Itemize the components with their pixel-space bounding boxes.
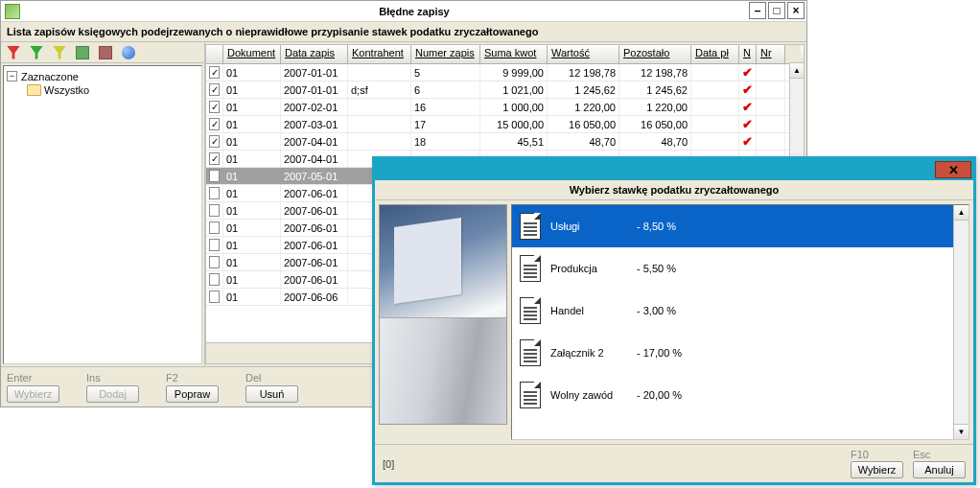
checkbox-icon[interactable]: ✓: [209, 118, 220, 130]
cell: 2007-01-01: [281, 81, 348, 98]
left-pane: Zaznaczone Wszystko: [1, 42, 205, 366]
tree-view[interactable]: Zaznaczone Wszystko: [3, 65, 202, 364]
dialog-vscrollbar[interactable]: ▲ ▼: [953, 205, 968, 439]
tree-child[interactable]: Wszystko: [6, 83, 199, 97]
maximize-button[interactable]: □: [768, 2, 785, 19]
cell: 01: [223, 81, 281, 98]
cell: [757, 81, 785, 98]
row-checkbox[interactable]: ✓: [206, 116, 223, 132]
close-button[interactable]: ×: [787, 2, 805, 19]
checkbox-icon[interactable]: [209, 187, 220, 199]
cell: 01: [223, 202, 281, 219]
checkbox-icon[interactable]: [209, 273, 220, 286]
rate-list[interactable]: Usługi 8,50 %Produkcja 5,50 %Handel 3,00…: [511, 204, 969, 440]
col-dokument[interactable]: Dokument: [223, 45, 281, 63]
col-wartosc[interactable]: Wartość: [548, 45, 619, 63]
cell: [757, 116, 785, 132]
cell: 1 245,62: [619, 81, 691, 98]
wybierz-button[interactable]: Wybierz: [7, 385, 59, 403]
row-checkbox[interactable]: ✓: [206, 133, 223, 150]
cell: 16: [411, 99, 480, 115]
filter-apply-icon[interactable]: [30, 46, 43, 59]
cell: 5: [411, 64, 480, 81]
row-checkbox[interactable]: ✓: [206, 64, 223, 81]
cell-n: ✔: [739, 116, 757, 132]
col-pozostalo[interactable]: Pozostało: [619, 45, 691, 63]
col-kontrahent[interactable]: Kontrahent: [348, 45, 411, 63]
tree-collapse-icon[interactable]: [99, 46, 112, 59]
dialog-close-button[interactable]: ✕: [935, 161, 971, 178]
scroll-corner: [785, 45, 801, 63]
rate-item[interactable]: Usługi 8,50 %: [512, 205, 968, 247]
dialog-titlebar[interactable]: ✕: [375, 159, 973, 180]
rate-item[interactable]: Handel 3,00 %: [512, 290, 968, 332]
cell: 2007-06-01: [281, 185, 348, 201]
checkbox-icon[interactable]: ✓: [209, 83, 220, 96]
table-row[interactable]: ✓012007-02-01161 000,001 220,001 220,00✔: [206, 99, 804, 116]
row-checkbox[interactable]: [206, 289, 223, 305]
tree-expand-icon[interactable]: [76, 46, 89, 59]
tree-root[interactable]: Zaznaczone: [6, 70, 199, 83]
table-row[interactable]: ✓012007-04-011845,5148,7048,70✔: [206, 133, 804, 151]
dialog-anuluj-button[interactable]: Anuluj: [913, 461, 966, 478]
row-checkbox[interactable]: [206, 202, 223, 219]
row-checkbox[interactable]: ✓: [206, 151, 223, 167]
row-checkbox[interactable]: [206, 237, 223, 253]
minimize-button[interactable]: –: [749, 2, 766, 19]
cell: [691, 81, 739, 98]
row-checkbox[interactable]: [206, 185, 223, 201]
scroll-up-icon[interactable]: ▲: [790, 63, 804, 79]
col-checkbox[interactable]: [206, 45, 223, 63]
checkbox-icon[interactable]: [209, 204, 220, 217]
row-checkbox[interactable]: ✓: [206, 81, 223, 98]
cell: [348, 99, 411, 115]
checkbox-icon[interactable]: ✓: [209, 135, 220, 148]
checkbox-icon[interactable]: [209, 221, 220, 234]
dodaj-button[interactable]: Dodaj: [86, 385, 139, 403]
table-row[interactable]: ✓012007-01-0159 999,0012 198,7812 198,78…: [206, 64, 804, 81]
col-nr[interactable]: Nr: [757, 45, 785, 63]
row-checkbox[interactable]: [206, 168, 223, 184]
dialog-body: Usługi 8,50 %Produkcja 5,50 %Handel 3,00…: [375, 200, 973, 444]
table-row[interactable]: ✓012007-03-011715 000,0016 050,0016 050,…: [206, 116, 804, 133]
row-checkbox[interactable]: [206, 271, 223, 288]
rate-item[interactable]: Produkcja 5,50 %: [512, 247, 968, 290]
cell-n: ✔: [739, 133, 757, 150]
checkbox-icon[interactable]: ✓: [209, 101, 220, 113]
cell: 17: [411, 116, 480, 132]
popraw-button[interactable]: Popraw: [166, 385, 219, 403]
app-icon: [5, 4, 20, 19]
dialog-scroll-up-icon[interactable]: ▲: [954, 205, 968, 221]
cell: 01: [223, 185, 281, 201]
table-row[interactable]: ✓012007-01-01d;sf61 021,001 245,621 245,…: [206, 81, 804, 99]
document-icon: [520, 382, 541, 408]
cell: 2007-06-01: [281, 254, 348, 270]
dialog-scroll-down-icon[interactable]: ▼: [954, 424, 968, 439]
checkbox-icon[interactable]: [209, 290, 220, 303]
dialog-wybierz-button[interactable]: Wybierz: [851, 461, 903, 478]
row-checkbox[interactable]: [206, 220, 223, 236]
check-red-icon: ✔: [742, 134, 753, 149]
filter-edit-icon[interactable]: [53, 46, 66, 59]
row-checkbox[interactable]: ✓: [206, 99, 223, 115]
checkbox-icon[interactable]: [209, 256, 220, 268]
rate-item[interactable]: Wolny zawód 20,00 %: [512, 374, 968, 416]
col-data-pl[interactable]: Data pł: [691, 45, 739, 63]
col-suma-kwot[interactable]: Suma kwot: [480, 45, 548, 63]
footer-enter: Enter Wybierz: [7, 372, 59, 403]
row-checkbox[interactable]: [206, 254, 223, 270]
col-numer-zapis[interactable]: Numer zapis: [411, 45, 480, 63]
checkbox-icon[interactable]: [209, 170, 220, 182]
usun-button[interactable]: Usuń: [245, 385, 298, 403]
cell: 48,70: [619, 133, 691, 150]
filter-clear-icon[interactable]: [7, 46, 20, 59]
checkbox-icon[interactable]: [209, 239, 220, 251]
cell: 2007-06-01: [281, 202, 348, 219]
checkbox-icon[interactable]: ✓: [209, 66, 220, 79]
pin-icon[interactable]: [122, 46, 135, 59]
rate-item[interactable]: Załącznik 2 17,00 %: [512, 332, 968, 374]
col-n[interactable]: N: [739, 45, 757, 63]
col-data-zapis[interactable]: Data zapis: [281, 45, 348, 63]
cell: [757, 64, 785, 81]
checkbox-icon[interactable]: ✓: [209, 152, 220, 165]
